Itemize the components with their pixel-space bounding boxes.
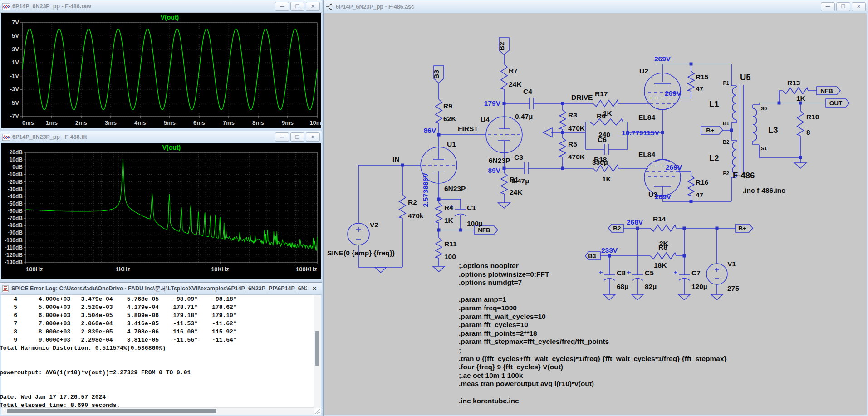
log-window-title: SPICE Error Log: C:\Users\fadu\OneDrive … [11,285,307,293]
svg-text:.param fft_wait_cycles=10: .param fft_wait_cycles=10 [459,313,546,320]
svg-text:5V: 5V [12,32,19,39]
schematic-drawing: B3 B2 R9 62K R7 24K 86V 179V FIRST IN U1… [324,13,868,416]
horizontal-scrollbar[interactable] [1,407,314,415]
svg-text:C6: C6 [598,136,607,143]
log-titlebar[interactable]: SPICE Error Log: C:\Users\fadu\OneDrive … [0,283,322,295]
source-v2[interactable] [348,223,369,245]
svg-text:R11: R11 [444,240,457,248]
resize-grip[interactable] [314,408,320,414]
svg-text:R5: R5 [568,140,577,148]
svg-text:C7: C7 [691,269,701,277]
svg-text:R9: R9 [443,102,452,110]
svg-text:;.ac oct 10m 1 100k: ;.ac oct 10m 1 100k [459,372,523,379]
svg-text:-30dB: -30dB [8,186,23,192]
svg-text:.param freq=1000: .param freq=1000 [459,304,517,312]
minimize-button[interactable]: — [275,2,289,11]
svg-text:-20dB: -20dB [8,179,23,185]
close-button[interactable]: ✕ [306,132,320,142]
svg-text:68µ: 68µ [617,283,628,290]
svg-text:V2: V2 [370,221,378,229]
window-raw: 6P14P_6N23P_pp - F-486.raw — ❐ ✕ 7V5V3V1… [0,0,322,129]
svg-text:100Hz: 100Hz [26,266,43,273]
svg-text:SINE(0 {amp} {freq}): SINE(0 {amp} {freq}) [327,249,395,257]
svg-text:C3: C3 [514,153,523,161]
vertical-scrollbar-thumb[interactable] [315,331,319,366]
svg-text:EL84: EL84 [638,113,655,121]
svg-text:0dB: 0dB [12,164,23,170]
svg-text:20dB: 20dB [10,149,23,156]
horizontal-scrollbar-thumb[interactable] [7,409,216,413]
svg-text:-40dB: -40dB [8,193,23,200]
svg-text:C1: C1 [467,204,476,211]
svg-text:B2: B2 [613,225,621,232]
svg-text:100: 100 [444,253,456,260]
svg-text:7ms: 7ms [223,119,235,126]
svg-text:.param fft_cycles=10: .param fft_cycles=10 [459,321,528,328]
svg-text:470K: 470K [568,153,585,161]
svg-text:6N23P: 6N23P [444,185,466,192]
svg-text:P2: P2 [723,171,729,176]
minimize-button[interactable]: — [275,132,289,142]
svg-text:R13: R13 [787,79,800,87]
fft-window-title: 6P14P_6N23P_pp - F-486.fft [12,134,273,140]
svg-text:2ms: 2ms [75,119,87,126]
asc-window-title: 6P14P_6N23P_pp - F-486.asc [336,4,819,10]
svg-text:S0: S0 [761,106,767,111]
svg-text:R14: R14 [653,215,666,223]
svg-text:1K: 1K [602,175,612,183]
window-fft: 6P14P_6N23P_pp - F-486.fft — ❐ ✕ 20dB10d… [0,131,322,280]
close-button[interactable]: ✕ [852,2,866,11]
svg-text:269V: 269V [665,89,682,97]
window-errorlog: SPICE Error Log: C:\Users\fadu\OneDrive … [0,282,322,416]
svg-text:L1: L1 [709,99,719,108]
svg-text:.options plotwinsize=0:FFT: .options plotwinsize=0:FFT [459,270,549,278]
spice-directives: ;.options noopiter.options plotwinsize=0… [459,262,727,405]
source-v1[interactable] [706,264,727,284]
svg-text:10dB: 10dB [10,157,23,163]
raw-plot[interactable]: 7V5V3V1V-1V-3V-5V-7V0ms1ms2ms3ms4ms5ms6m… [1,13,321,128]
svg-text:R16: R16 [696,178,709,186]
raw-titlebar[interactable]: 6P14P_6N23P_pp - F-486.raw — ❐ ✕ [0,0,322,13]
svg-text:-110dB: -110dB [5,245,23,251]
asc-titlebar[interactable]: 6P14P_6N23P_pp - F-486.asc — ❐ ✕ [324,0,868,13]
close-icon[interactable]: ✕ [309,285,320,292]
svg-text:L2: L2 [709,153,719,163]
minimize-button[interactable]: — [821,2,835,11]
svg-text:10KHz: 10KHz [211,266,229,273]
svg-text:C4: C4 [523,88,532,95]
close-button[interactable]: ✕ [306,2,320,11]
svg-text:.meas tran poweroutput avg i(r: .meas tran poweroutput avg i(r10)*v(out) [459,380,594,387]
svg-text:-70dB: -70dB [8,215,23,221]
fft-plot[interactable]: 20dB10dB0dB-10dB-20dB-30dB-40dB-50dB-60d… [1,143,321,279]
svg-text:120µ: 120µ [691,283,707,290]
restore-button[interactable]: ❐ [290,132,304,142]
svg-text:S1: S1 [761,146,767,151]
svg-text:-3V: -3V [10,86,20,93]
svg-text:2.573886V: 2.573886V [422,173,429,207]
svg-text:U4: U4 [481,116,490,123]
svg-text:F-486: F-486 [733,171,755,180]
svg-text:V(out): V(out) [162,144,181,151]
vertical-scrollbar[interactable] [314,295,321,408]
svg-text:B1: B1 [723,121,729,126]
svg-text:470K: 470K [568,124,585,132]
fft-titlebar[interactable]: 6P14P_6N23P_pp - F-486.fft — ❐ ✕ [0,131,322,143]
svg-text:-90dB: -90dB [8,230,23,236]
restore-button[interactable]: ❐ [290,2,304,11]
log-body[interactable]: 4 4.000e+03 3.479e-04 5.768e-05 -98.09° … [1,295,321,415]
restore-button[interactable]: ❐ [836,2,850,11]
svg-text:-50dB: -50dB [8,201,23,207]
svg-text:-120dB: -120dB [5,252,23,258]
svg-text:24K: 24K [510,188,523,196]
transformer-u5[interactable] [732,85,757,175]
svg-text:.inc korentube.inc: .inc korentube.inc [459,397,519,405]
svg-text:1KHz: 1KHz [116,266,131,273]
svg-text:6N23P: 6N23P [489,157,510,164]
schematic-canvas[interactable]: B3 B2 R9 62K R7 24K 86V 179V FIRST IN U1… [324,13,867,415]
svg-text:.param amp=1: .param amp=1 [459,295,506,303]
svg-text:18K: 18K [654,261,667,269]
waveform-icon [2,134,10,141]
svg-text:62K: 62K [443,115,456,122]
svg-text:8: 8 [806,128,810,136]
svg-text:6ms: 6ms [193,119,205,126]
